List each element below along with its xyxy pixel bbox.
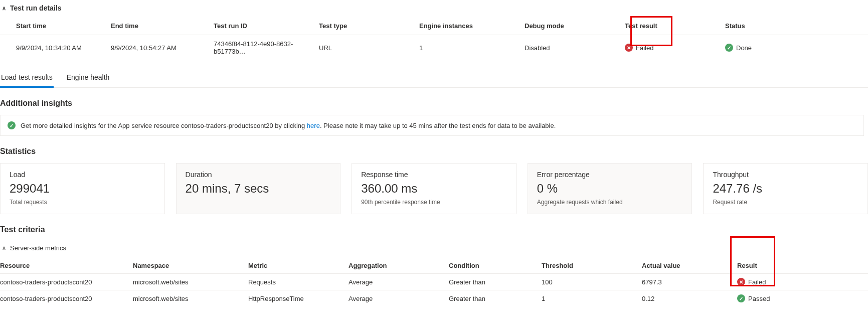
insight-text-1: Get more detailed insights for the App s…: [21, 122, 307, 129]
stat-throughput-sub: Request rate: [713, 199, 858, 206]
criteria-row: contoso-traders-productscont20 microsoft…: [0, 290, 868, 307]
stat-load-label: Load: [10, 171, 155, 179]
crit-hdr-aggregation: Aggregation: [349, 258, 449, 274]
chevron-up-icon[interactable]: ∧: [2, 5, 6, 12]
crit-cell-threshold: 100: [542, 274, 642, 290]
tab-load-test-results[interactable]: Load test results: [0, 73, 54, 88]
crit-hdr-resource: Resource: [0, 258, 133, 274]
crit-cell-aggregation: Average: [349, 290, 449, 307]
crit-hdr-threshold: Threshold: [542, 258, 642, 274]
crit-cell-result: ✓ Passed: [737, 290, 868, 307]
section-title-additional-insights: Additional insights: [0, 99, 868, 108]
crit-cell-resource: contoso-traders-productscont20: [0, 274, 133, 290]
done-icon: ✓: [725, 44, 733, 52]
crit-cell-condition: Greater than: [449, 274, 542, 290]
hdr-debug-mode: Debug mode: [516, 17, 617, 35]
crit-hdr-condition: Condition: [449, 258, 542, 274]
crit-cell-condition: Greater than: [449, 290, 542, 307]
stat-card-throughput: Throughput 247.76 /s Request rate: [703, 163, 868, 214]
stat-error-sub: Aggregate requests which failed: [537, 199, 683, 206]
crit-cell-metric: HttpResponseTime: [248, 290, 349, 307]
criteria-table: Resource Namespace Metric Aggregation Co…: [0, 258, 868, 306]
stat-error-value: 0 %: [537, 182, 683, 196]
section-title-test-run-details: Test run details: [10, 4, 61, 12]
hdr-end-time: End time: [103, 17, 206, 35]
insight-text-2: . Please note it may take up to 45 mins …: [320, 122, 556, 129]
stat-load-sub: Total requests: [10, 199, 155, 206]
crit-hdr-metric: Metric: [248, 258, 349, 274]
stat-card-response: Response time 360.00 ms 90th percentile …: [352, 163, 516, 214]
cell-test-result-text: Failed: [636, 44, 653, 52]
cell-status: ✓ Done: [717, 35, 868, 61]
insight-text: Get more detailed insights for the App s…: [21, 122, 556, 129]
hdr-engine-instances: Engine instances: [411, 17, 516, 35]
crit-cell-actual: 0.12: [642, 290, 737, 307]
crit-result-text: Failed: [748, 278, 766, 286]
cell-start-time: 9/9/2024, 10:34:20 AM: [0, 35, 103, 61]
stat-card-load: Load 299041 Total requests: [0, 163, 165, 214]
stat-card-duration: Duration 20 mins, 7 secs: [176, 163, 341, 214]
stat-response-value: 360.00 ms: [361, 182, 507, 196]
cell-run-id: 74346f84-8112-4e90-8632-b51773b…: [206, 35, 311, 61]
cell-status-text: Done: [736, 44, 752, 52]
cell-test-result: ✕ Failed: [617, 35, 717, 61]
crit-cell-resource: contoso-traders-productscont20: [0, 290, 133, 307]
info-success-icon: ✓: [8, 121, 16, 129]
crit-cell-threshold: 1: [542, 290, 642, 307]
stat-throughput-value: 247.76 /s: [713, 182, 858, 196]
details-data-row: 9/9/2024, 10:34:20 AM 9/9/2024, 10:54:27…: [0, 35, 868, 61]
hdr-run-id: Test run ID: [206, 17, 311, 35]
pass-icon: ✓: [737, 294, 745, 302]
crit-result-text: Passed: [748, 295, 770, 302]
crit-cell-actual: 6797.3: [642, 274, 737, 290]
insight-link[interactable]: here: [307, 122, 320, 129]
criteria-row: contoso-traders-productscont20 microsoft…: [0, 274, 868, 290]
stat-duration-label: Duration: [186, 171, 331, 179]
insight-banner: ✓ Get more detailed insights for the App…: [0, 115, 864, 136]
cell-debug-mode: Disabled: [516, 35, 617, 61]
crit-cell-result: ✕ Failed: [737, 274, 868, 290]
stat-duration-value: 20 mins, 7 secs: [186, 182, 331, 196]
crit-cell-aggregation: Average: [349, 274, 449, 290]
crit-cell-namespace: microsoft.web/sites: [133, 290, 248, 307]
hdr-status: Status: [717, 17, 868, 35]
crit-hdr-actual: Actual value: [642, 258, 737, 274]
crit-cell-metric: Requests: [248, 274, 349, 290]
cell-test-type: URL: [311, 35, 411, 61]
crit-cell-namespace: microsoft.web/sites: [133, 274, 248, 290]
stat-load-value: 299041: [10, 182, 155, 196]
fail-icon: ✕: [737, 278, 745, 286]
details-header-row: Start time End time Test run ID Test typ…: [0, 17, 868, 35]
fail-icon: ✕: [625, 44, 633, 52]
results-tabs: Load test results Engine health: [0, 66, 868, 88]
stat-throughput-label: Throughput: [713, 171, 858, 179]
tab-engine-health[interactable]: Engine health: [66, 73, 111, 87]
stat-response-sub: 90th percentile response time: [361, 199, 507, 206]
hdr-test-type: Test type: [311, 17, 411, 35]
criteria-header-row: Resource Namespace Metric Aggregation Co…: [0, 258, 868, 274]
stat-card-error: Error percentage 0 % Aggregate requests …: [528, 163, 692, 214]
crit-hdr-result: Result: [737, 258, 868, 274]
stat-response-label: Response time: [361, 171, 507, 179]
hdr-start-time: Start time: [0, 17, 103, 35]
cell-engine-instances: 1: [411, 35, 516, 61]
cell-end-time: 9/9/2024, 10:54:27 AM: [103, 35, 206, 61]
section-title-test-criteria: Test criteria: [0, 225, 868, 234]
stat-error-label: Error percentage: [537, 171, 683, 179]
chevron-up-icon[interactable]: ∧: [2, 245, 6, 251]
sub-section-server-side-metrics: Server-side metrics: [10, 244, 66, 252]
test-run-details-table: Start time End time Test run ID Test typ…: [0, 17, 868, 60]
stats-row: Load 299041 Total requests Duration 20 m…: [0, 163, 868, 214]
hdr-test-result: Test result: [617, 17, 717, 35]
section-title-statistics: Statistics: [0, 147, 868, 156]
crit-hdr-namespace: Namespace: [133, 258, 248, 274]
